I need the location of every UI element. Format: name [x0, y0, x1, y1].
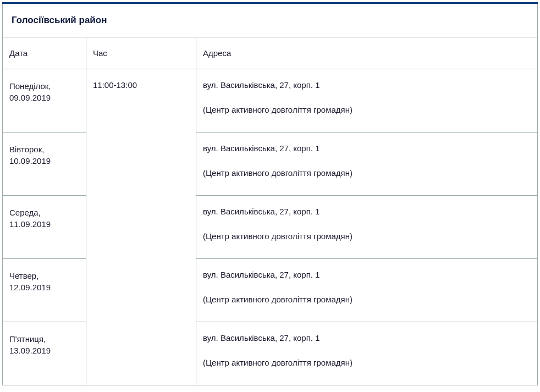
address-street: вул. Васильківська, 27, корп. 1 — [203, 207, 531, 216]
cell-address: вул. Васильківська, 27, корп. 1 (Центр а… — [196, 196, 538, 259]
col-header-date: Дата — [3, 37, 86, 69]
address-note: (Центр активного довголіття громадян) — [203, 105, 531, 114]
schedule-table-container: Голосіївський район Дата Час Адреса Поне… — [2, 2, 538, 385]
date-value: 09.09.2019 — [9, 92, 79, 103]
date-weekday: П'ятниця, — [9, 333, 79, 345]
cell-date: Четвер, 12.09.2019 — [3, 259, 86, 322]
date-weekday: Понеділок, — [9, 80, 79, 92]
cell-date: Вівторок, 10.09.2019 — [3, 132, 86, 196]
table-header-row: Дата Час Адреса — [3, 37, 538, 69]
table-row: Вівторок, 10.09.2019 вул. Васильківська,… — [3, 132, 538, 196]
address-note: (Центр активного довголіття громадян) — [203, 295, 531, 304]
cell-address: вул. Васильківська, 27, корп. 1 (Центр а… — [196, 322, 538, 385]
schedule-table: Дата Час Адреса Понеділок, 09.09.2019 11… — [2, 37, 538, 385]
cell-address: вул. Васильківська, 27, корп. 1 (Центр а… — [196, 259, 538, 322]
address-street: вул. Васильківська, 27, корп. 1 — [203, 80, 531, 90]
date-weekday: Четвер, 12.09.2019 — [9, 270, 79, 293]
cell-address: вул. Васильківська, 27, корп. 1 (Центр а… — [196, 69, 538, 132]
date-value: 13.09.2019 — [9, 345, 79, 356]
cell-date: Понеділок, 09.09.2019 — [3, 69, 86, 132]
address-note: (Центр активного довголіття громадян) — [203, 358, 531, 367]
address-street: вул. Васильківська, 27, корп. 1 — [203, 270, 531, 279]
col-header-time: Час — [86, 37, 196, 69]
cell-address: вул. Васильківська, 27, корп. 1 (Центр а… — [196, 132, 538, 196]
col-header-address: Адреса — [196, 37, 538, 69]
date-weekday: Вівторок, — [9, 143, 79, 155]
district-title: Голосіївський район — [12, 15, 107, 25]
cell-date: Середа, 11.09.2019 — [3, 196, 86, 259]
cell-date: П'ятниця, 13.09.2019 — [3, 322, 86, 385]
table-row: П'ятниця, 13.09.2019 вул. Васильківська,… — [3, 322, 538, 385]
address-street: вул. Васильківська, 27, корп. 1 — [203, 333, 531, 343]
date-weekday: Середа, 11.09.2019 — [9, 207, 79, 230]
table-row: Середа, 11.09.2019 вул. Васильківська, 2… — [3, 196, 538, 259]
address-street: вул. Васильківська, 27, корп. 1 — [203, 143, 531, 153]
address-note: (Центр активного довголіття громадян) — [203, 168, 531, 178]
cell-time: 11:00-13:00 — [86, 69, 196, 385]
district-header: Голосіївський район — [2, 4, 538, 37]
address-note: (Центр активного довголіття громадян) — [203, 231, 531, 241]
date-value: 10.09.2019 — [9, 155, 79, 167]
table-row: Понеділок, 09.09.2019 11:00-13:00 вул. В… — [3, 69, 538, 132]
table-row: Четвер, 12.09.2019 вул. Васильківська, 2… — [3, 259, 538, 322]
